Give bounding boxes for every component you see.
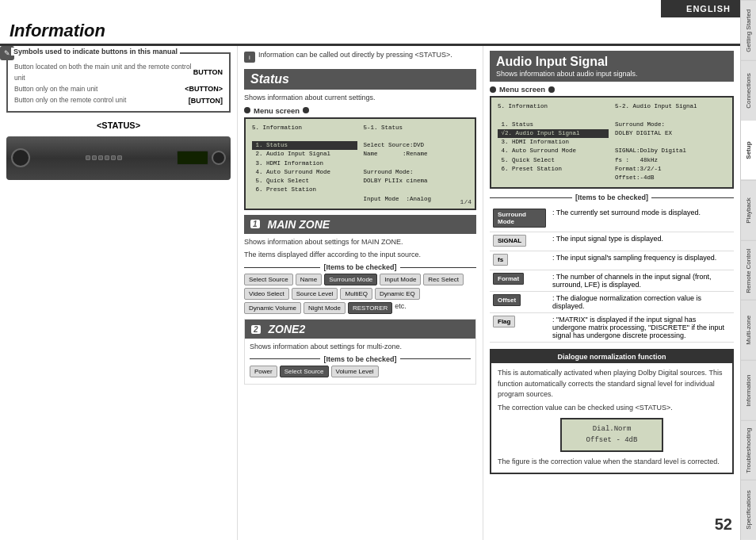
zone2-btn-power: Power (250, 366, 277, 377)
device-display (177, 151, 208, 165)
menu-dot-right (303, 107, 309, 113)
audio-sl-quick: 5. Quick Select (498, 156, 609, 165)
device-btn-4 (105, 155, 109, 160)
sub-screen-source: Select Source:DVD (364, 141, 469, 150)
device-btn-2 (92, 155, 97, 160)
zone2-items-label: [Items to be checked] (250, 355, 471, 363)
audio-menu-dot-left (490, 86, 496, 93)
screen-left: 5. Information 1. Status 2. Audio Input … (252, 124, 357, 204)
audio-sl-hdmi: 3. HDMI Information (498, 138, 609, 147)
key-signal: SIGNAL (493, 235, 526, 247)
device-knob (11, 148, 30, 167)
device-btn-5 (111, 155, 116, 160)
main-zone-title: MAIN ZONE (268, 218, 330, 231)
main-content: ✎ Symbols used to indicate buttons in th… (0, 46, 740, 540)
desc-flag: : "MATRIX" is displayed if the input sig… (549, 313, 734, 343)
sidebar-tab-playback[interactable]: Playback (741, 180, 756, 240)
audio-sr-format: Format:3/2/-1 (615, 165, 726, 174)
status-display: <STATUS> (6, 121, 231, 130)
audio-screen-box: 5. Information 1. Status √2. Audio Input… (490, 96, 734, 189)
main-zone-sub1: Shows information about settings for MAI… (244, 237, 476, 247)
screen-line-status: 1. Status (252, 141, 357, 150)
screen-line-preset: 6. Preset Station (252, 186, 357, 194)
audio-menu-screen-header: Menu screen (490, 85, 734, 94)
item-offset: Offset : The dialogue normalization corr… (490, 292, 734, 313)
device-knob-2 (212, 151, 226, 165)
key-offset: Offset (493, 294, 521, 306)
menu-dot-left (244, 107, 250, 113)
key-flag: Flag (493, 316, 515, 327)
zone2-buttons: Power Select Source Volume Level (250, 366, 471, 377)
dialogue-text2: The correction value can be checked usin… (498, 403, 726, 414)
btn-restorer: RESTORER (348, 302, 392, 314)
audio-menu-dot-right (548, 86, 555, 93)
device-buttons (33, 155, 174, 160)
sidebar-tab-remote-control[interactable]: Remote Control (741, 240, 756, 301)
btn-surround-mode: Surround Mode (324, 274, 377, 285)
device-image (6, 136, 231, 180)
btn-source-level: Source Level (292, 288, 338, 300)
screen-line-auto: 4. Auto Surround Mode (252, 168, 357, 177)
audio-subtitle: Shows information about audio input sign… (496, 70, 727, 78)
audio-screen-right: 5-2. Audio Input Signal Surround Mode: D… (615, 102, 726, 182)
btn-select-source: Select Source (244, 274, 293, 285)
status-label: <STATUS> (97, 121, 140, 130)
desc-format: : The number of channels in the input si… (549, 270, 734, 292)
key-fs: fs (493, 254, 508, 266)
sub-screen-name: Name :Rename (364, 150, 469, 159)
sub-screen-title: 5-1. Status (364, 124, 469, 132)
sidebar-tab-connections[interactable]: Connections (741, 60, 756, 121)
screen-line-hdmi: 3. HDMI Information (252, 159, 357, 168)
sidebar-tab-information[interactable]: Information (741, 360, 756, 420)
btn-dynamic-eq: Dynamic EQ (375, 288, 420, 300)
audio-title-bar: Audio Input Signal Shows information abo… (490, 51, 734, 82)
right-column: Audio Input Signal Shows information abo… (483, 46, 740, 540)
main-zone-title-bar: 1 MAIN ZONE (244, 215, 476, 234)
sub-screen-surround-val: DOLBY PLIIx cinema (364, 177, 469, 186)
dialogue-screen: Dial.Norm Offset - 4dB (560, 418, 663, 452)
audio-sr-signal: SIGNAL:Dolby Digital (615, 147, 726, 155)
status-title: Status (250, 72, 289, 86)
device-btn-1 (86, 155, 90, 160)
page-number: 52 (715, 515, 732, 534)
audio-items-table: Surround Mode : The currently set surrou… (490, 206, 734, 343)
symbol-desc-1: Button located on both the main unit and… (14, 62, 193, 83)
zone2-subtitle: Shows information about settings for mul… (250, 342, 471, 352)
screen-line-audio: 2. Audio Input Signal (252, 150, 357, 159)
menu-screen-header: Menu screen (244, 106, 476, 115)
dialogue-content: This is automatically activated when pla… (491, 363, 732, 473)
main-zone-buttons: Select Source Name Surround Mode Input M… (244, 274, 476, 314)
main-zone-sub2: The items displayed differ according to … (244, 250, 476, 260)
zone2-btn-select-source: Select Source (280, 366, 329, 377)
screen-line-info: 5. Information (252, 124, 357, 132)
sidebar-tab-multi-zone[interactable]: Multi-zone (741, 300, 756, 360)
audio-sl-preset: 6. Preset Station (498, 165, 609, 174)
audio-sr-fs: fs : 48kHz (615, 156, 726, 165)
zone2-title-bar: 2 ZONE2 (245, 320, 475, 339)
sidebar-tab-specifications[interactable]: Specifications (741, 480, 756, 540)
main-zone-num: 1 (250, 220, 260, 228)
zone2-title: ZONE2 (269, 323, 306, 335)
key-format: Format (493, 273, 524, 285)
audio-sl-status: 1. Status (498, 121, 609, 129)
info-note: i Information can be called out directly… (244, 51, 476, 63)
sidebar-tab-setup[interactable]: Setup (741, 120, 756, 180)
sidebar-tab-troubleshooting[interactable]: Troubleshooting (741, 420, 756, 481)
zone2-content: Shows information about settings for mul… (245, 339, 475, 384)
key-surround-mode: Surround Mode (493, 209, 546, 228)
page-indicator: 1/4 (460, 197, 472, 207)
btn-night-mode: Night Mode (304, 302, 346, 314)
symbols-box: ✎ Symbols used to indicate buttons in th… (6, 52, 231, 113)
audio-screen-col-layout: 5. Information 1. Status √2. Audio Input… (498, 102, 726, 182)
sidebar-tab-getting-started[interactable]: Getting Started (741, 0, 756, 60)
screen-right: 5-1. Status Select Source:DVD Name :Rena… (364, 124, 469, 204)
device-btn-6 (117, 155, 122, 160)
desc-signal: : The input signal type is displayed. (549, 232, 734, 251)
screen-col-layout: 5. Information 1. Status 2. Audio Input … (252, 124, 468, 204)
btn-input-mode: Input Mode (380, 274, 421, 285)
page-title-bar: Information (0, 17, 740, 46)
zone2-num: 2 (251, 325, 261, 334)
audio-sl-auto: 4. Auto Surround Mode (498, 147, 609, 155)
zone2-btn-volume: Volume Level (331, 366, 379, 377)
symbol-desc-2: Button only on the main unit (14, 84, 97, 95)
